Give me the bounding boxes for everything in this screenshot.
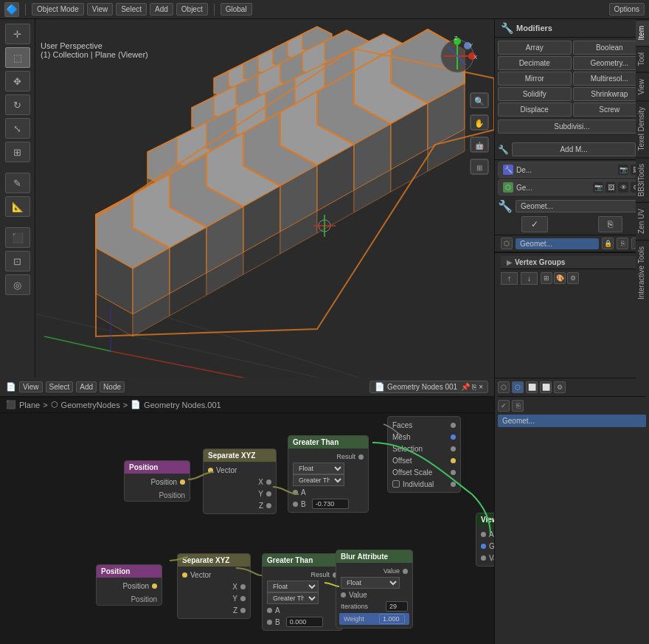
vertex-groups-title[interactable]: ▶ Vertex Groups: [501, 256, 643, 269]
vp-mode-btn-copy[interactable]: ⎘: [512, 400, 524, 412]
cursor-tool[interactable]: ✛: [5, 24, 30, 44]
vp-mode-btn-check[interactable]: ✓: [498, 400, 510, 412]
blur-iterations-input[interactable]: [386, 601, 408, 612]
greater-than-1-header: Greater Than: [288, 436, 368, 449]
options-btn[interactable]: Options: [609, 3, 645, 15]
blender-logo[interactable]: 🔷: [4, 2, 19, 17]
tab-item[interactable]: Item: [636, 19, 649, 46]
individual-dot: [451, 482, 456, 487]
move-tool[interactable]: ✥: [5, 71, 30, 91]
vg-btn-1[interactable]: ⊞: [541, 272, 552, 284]
svg-text:Z: Z: [454, 35, 458, 41]
mirror-mod-btn[interactable]: Mirror: [498, 72, 572, 86]
individual-check[interactable]: [392, 480, 400, 488]
tab-bb3l[interactable]: BB3lTools: [636, 157, 649, 202]
select-box-tool[interactable]: ⬚: [5, 47, 30, 68]
vg-btn-2[interactable]: 🎨: [554, 272, 566, 284]
vp-icon-3[interactable]: ⎘: [617, 238, 628, 249]
breadcrumb-plane[interactable]: Plane: [19, 401, 40, 409]
object-menu-btn[interactable]: Object: [176, 3, 208, 15]
vp-display-btn-4[interactable]: ⬜: [540, 381, 552, 393]
geometry-mod-copy-btn[interactable]: ⎘: [598, 216, 622, 232]
node-node-menu[interactable]: Node: [100, 381, 125, 392]
tab-view[interactable]: View: [636, 72, 649, 101]
geo-nodes-tab-close[interactable]: ×: [479, 383, 483, 391]
transform-mode-btn[interactable]: Global: [221, 3, 252, 15]
gt1-type-dropdown[interactable]: Float: [293, 463, 344, 474]
tab-zen[interactable]: Zen UV: [636, 202, 649, 240]
right-panel: 🔧 Modifiers Array Boolean Decimate Geome…: [494, 19, 649, 381]
geo-nodes-tab-pin[interactable]: 📌: [461, 383, 470, 391]
vp-display-btn-2[interactable]: ⬡: [512, 381, 524, 393]
view-menu-btn[interactable]: View: [87, 3, 114, 15]
tab-tool[interactable]: Tool: [636, 46, 649, 72]
object-mode-btn[interactable]: Object Mode: [32, 3, 84, 15]
add-modifier-btn[interactable]: Add M...: [512, 142, 636, 156]
gt1-a-label: A: [301, 488, 306, 496]
add-menu-btn[interactable]: Add: [150, 3, 173, 15]
blur-weight-row[interactable]: Weight: [339, 613, 409, 625]
geometry-modifier-input[interactable]: Geomet...: [516, 200, 646, 212]
vp-display-btn-5[interactable]: ⚙: [554, 381, 566, 393]
geometry-mod-check-btn[interactable]: ✓: [521, 216, 548, 232]
annotate-tool[interactable]: ✎: [5, 173, 30, 193]
sep-xyz-1-y-dot: [266, 491, 271, 496]
rotate-tool[interactable]: ↻: [5, 94, 30, 115]
geometry-input-field[interactable]: Geomet...: [498, 415, 646, 427]
blur-float-dropdown[interactable]: Float: [341, 577, 400, 589]
modifier-item-ge-header[interactable]: ⬡ Ge... 📷 🖼 👁 ⚙: [499, 180, 645, 195]
vp-display-btn-1[interactable]: ⬡: [498, 381, 510, 393]
scale-tool[interactable]: ⤡: [5, 118, 30, 139]
modifier-de-name: De...: [516, 166, 615, 174]
vp-icon-2[interactable]: 🔒: [602, 238, 614, 249]
node-add-menu[interactable]: Add: [76, 381, 97, 392]
mod-de-camera-btn[interactable]: 📷: [618, 165, 628, 175]
decimate-mod-btn[interactable]: Decimate: [498, 56, 572, 70]
geo-nodes-tab-x[interactable]: ⎘: [472, 383, 476, 391]
gt2-type-row: Float: [263, 581, 342, 592]
blur-weight-label: Weight: [344, 615, 364, 623]
breadcrumb-file[interactable]: Geometry Nodes.001: [144, 401, 221, 409]
subdivision-mod-btn[interactable]: Subdivisi...: [498, 120, 646, 134]
mod-ge-render-btn[interactable]: 🖼: [605, 182, 616, 193]
faces-node-body: Faces Mesh Selection Offset Offset Scale: [388, 417, 460, 492]
geometry-nodes-tab[interactable]: 📄 Geometry Nodes 001 📌 ⎘ ×: [369, 381, 488, 393]
gt2-type-dropdown[interactable]: Float: [267, 581, 319, 592]
mod-ge-vis-btn[interactable]: 👁: [618, 182, 628, 193]
array-mod-btn[interactable]: Array: [498, 41, 572, 55]
vg-down-btn[interactable]: ↓: [521, 272, 538, 285]
breadcrumb-geometry-nodes[interactable]: GeometryNodes: [61, 401, 120, 409]
viewport-name-btn[interactable]: Geomet...: [516, 238, 599, 249]
node-view-menu[interactable]: View: [19, 381, 43, 392]
sep-xyz-1-z-row: Z: [204, 499, 276, 511]
gt2-b-input[interactable]: [286, 617, 323, 627]
gt1-compare-dropdown[interactable]: Greater Than: [293, 474, 344, 486]
greater-than-2: Greater Than Result Float Greater Than A: [262, 553, 343, 631]
modifier-item-de-header[interactable]: 🔧 De... 📷 🖼: [499, 162, 645, 177]
position-node-1-body: Position: [125, 474, 190, 490]
transform-tool[interactable]: ⊞: [5, 142, 30, 162]
displace-mod-btn[interactable]: Displace: [498, 103, 572, 117]
vp-display-btn-3[interactable]: ⬜: [526, 381, 538, 393]
geometry-field-label: Geomet...: [502, 417, 535, 425]
unknown-tool-2[interactable]: ◎: [5, 274, 30, 295]
measure-tool[interactable]: 📐: [5, 196, 30, 217]
position-2-label: Position: [101, 567, 130, 575]
tab-interactive[interactable]: Interactive Tools: [636, 240, 649, 305]
vg-btn-3[interactable]: ⚙: [567, 272, 579, 284]
vg-up-btn[interactable]: ↑: [501, 272, 518, 285]
solidify-mod-btn[interactable]: Solidify: [498, 87, 572, 101]
vp-icon-1[interactable]: ⬡: [501, 238, 513, 249]
viewport-area[interactable]: Z X Y 🔍 ✋ 🤖 ⊞ User Persp: [0, 19, 494, 381]
select-menu-btn[interactable]: Select: [116, 3, 147, 15]
separate-xyz-1-label: Separate XYZ: [208, 451, 255, 460]
gt2-compare-dropdown[interactable]: Greater Than: [267, 592, 319, 604]
hex-scene[interactable]: Z X Y 🔍 ✋ 🤖 ⊞: [37, 19, 494, 381]
unknown-tool-1[interactable]: ⊡: [5, 251, 30, 271]
node-select-menu[interactable]: Select: [46, 381, 74, 392]
gt1-b-input[interactable]: [312, 499, 349, 509]
add-cube-tool[interactable]: ⬛: [5, 227, 30, 248]
blur-weight-input[interactable]: [379, 614, 405, 624]
mod-ge-camera-btn[interactable]: 📷: [593, 182, 603, 193]
tab-texel[interactable]: Texel Density: [636, 100, 649, 156]
